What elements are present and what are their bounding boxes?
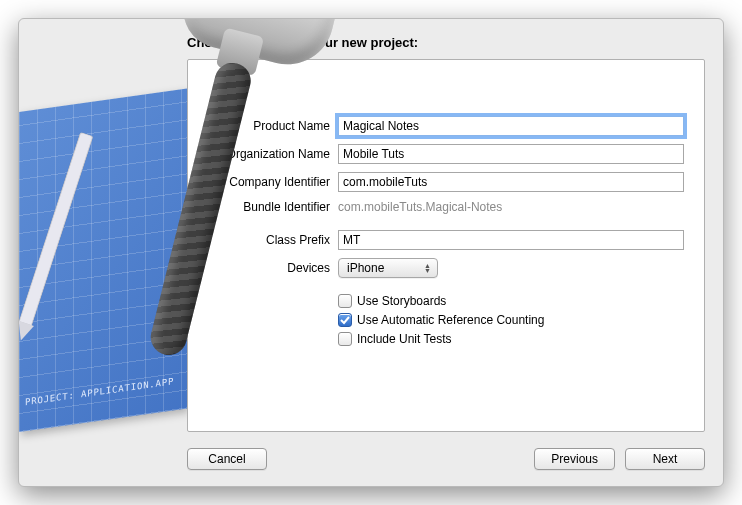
blueprint-label: PROJECT: APPLICATION.APP <box>25 376 174 407</box>
bundle-identifier-label: Bundle Identifier <box>208 200 330 214</box>
class-prefix-label: Class Prefix <box>208 233 330 247</box>
organization-name-input[interactable] <box>338 144 684 164</box>
form-panel: Product Name Organization Name Company I… <box>187 59 705 432</box>
dialog-footer: Cancel Previous Next <box>19 432 723 486</box>
select-arrows-icon: ▲▼ <box>424 263 431 273</box>
devices-select[interactable]: iPhone ▲▼ <box>338 258 438 278</box>
devices-label: Devices <box>208 261 330 275</box>
devices-select-value: iPhone <box>347 261 384 275</box>
dialog-title: Choose options for your new project: <box>19 19 723 50</box>
use-storyboards-checkbox[interactable] <box>338 294 352 308</box>
use-storyboards-label: Use Storyboards <box>357 294 446 308</box>
previous-button[interactable]: Previous <box>534 448 615 470</box>
product-name-input[interactable] <box>338 116 684 136</box>
use-arc-label: Use Automatic Reference Counting <box>357 313 544 327</box>
company-identifier-input[interactable] <box>338 172 684 192</box>
sidebar-illustration: PROJECT: APPLICATION.APP <box>19 59 199 432</box>
next-button[interactable]: Next <box>625 448 705 470</box>
include-unit-tests-label: Include Unit Tests <box>357 332 452 346</box>
class-prefix-input[interactable] <box>338 230 684 250</box>
company-identifier-label: Company Identifier <box>208 175 330 189</box>
bundle-identifier-value: com.mobileTuts.Magical-Notes <box>338 200 502 214</box>
cancel-button[interactable]: Cancel <box>187 448 267 470</box>
include-unit-tests-checkbox[interactable] <box>338 332 352 346</box>
organization-name-label: Organization Name <box>208 147 330 161</box>
product-name-label: Product Name <box>208 119 330 133</box>
use-arc-checkbox[interactable] <box>338 313 352 327</box>
new-project-options-dialog: Choose options for your new project: PRO… <box>18 18 724 487</box>
